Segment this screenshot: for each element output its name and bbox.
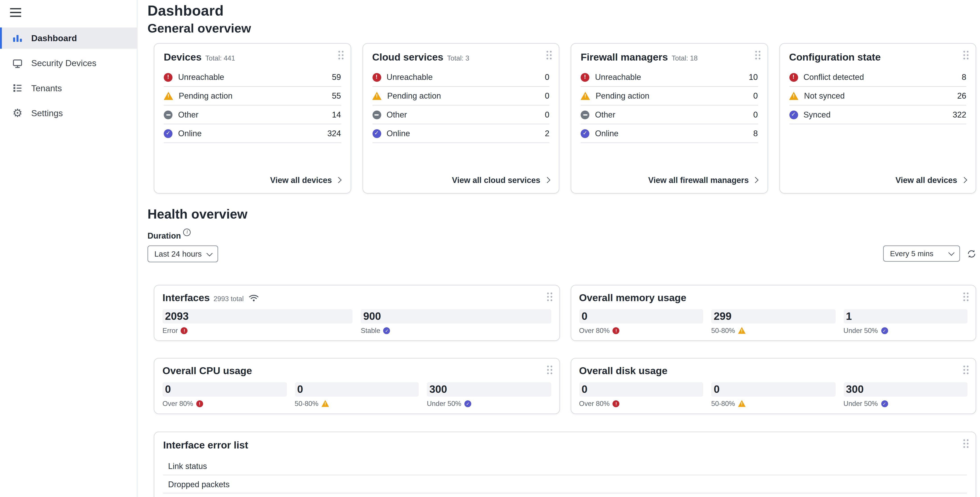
neutral-icon <box>164 110 172 119</box>
status-value: 8 <box>753 129 758 138</box>
error-icon <box>613 400 620 407</box>
drag-handle-icon[interactable] <box>963 292 969 302</box>
app-window: Dashboard Security Devices Tenants ⚙ Set… <box>0 0 980 497</box>
refresh-interval-value: Every 5 mins <box>890 249 934 258</box>
warning-icon <box>738 327 746 334</box>
list-item-link-status[interactable]: Link status <box>163 457 967 475</box>
neutral-icon <box>372 110 381 119</box>
stat-bar: 299 <box>711 309 835 324</box>
status-row-unreachable: Unreachable 10 <box>581 68 758 87</box>
card-title: Interfaces <box>162 292 210 303</box>
sidebar-item-security-devices[interactable]: Security Devices <box>0 52 137 74</box>
check-icon <box>789 110 798 119</box>
card-total: Total: 3 <box>447 54 469 62</box>
status-label: Unreachable <box>178 73 326 82</box>
check-icon <box>881 327 888 334</box>
sidebar: Dashboard Security Devices Tenants ⚙ Set… <box>0 0 137 497</box>
stat-label: Error <box>162 327 178 334</box>
wifi-icon <box>249 294 259 302</box>
card-total: Total: 441 <box>205 54 235 62</box>
drag-handle-icon[interactable] <box>546 365 553 375</box>
status-label: Other <box>178 110 326 119</box>
sidebar-item-tenants[interactable]: Tenants <box>0 78 137 98</box>
view-all-label: View all devices <box>270 176 332 185</box>
chevron-right-icon <box>961 177 966 183</box>
stat-label: Over 80% <box>162 400 193 407</box>
view-all-label: View all firewall managers <box>648 176 749 185</box>
drag-handle-icon[interactable] <box>337 50 344 60</box>
main-content: Dashboard General overview Devices Total… <box>138 0 980 497</box>
stat-value: 0 <box>714 384 720 395</box>
drag-handle-icon[interactable] <box>963 50 969 60</box>
stat-label: 50-80% <box>711 327 735 334</box>
stat-value: 300 <box>846 384 864 395</box>
drag-handle-icon[interactable] <box>546 292 553 302</box>
stat-bar: 2093 <box>162 309 353 324</box>
drag-handle-icon[interactable] <box>963 365 969 375</box>
stat-bar: 300 <box>427 382 551 397</box>
stat-label: Under 50% <box>427 400 461 407</box>
stat-bar: 0 <box>579 309 703 324</box>
status-value: 2 <box>545 129 549 138</box>
error-icon <box>181 327 188 334</box>
drag-handle-icon[interactable] <box>546 50 553 60</box>
stat-over-80: 0 Over 80% <box>579 382 703 407</box>
status-value: 0 <box>545 110 549 119</box>
gear-icon: ⚙ <box>12 108 23 119</box>
card-subtitle: 2993 total <box>213 295 244 302</box>
status-label: Other <box>595 110 748 119</box>
stat-bar: 0 <box>711 382 835 397</box>
view-all-firewall-managers-link[interactable]: View all firewall managers <box>648 176 757 185</box>
card-interface-error-list: Interface error list Link status Dropped… <box>154 432 976 497</box>
sidebar-item-dashboard[interactable]: Dashboard <box>0 27 137 49</box>
stat-value: 300 <box>430 384 447 395</box>
status-row-pending: Pending action 0 <box>581 87 758 105</box>
check-icon <box>164 129 172 138</box>
status-label: Unreachable <box>595 73 743 82</box>
status-value: 55 <box>332 91 341 101</box>
view-all-label: View all cloud services <box>452 176 540 185</box>
page-title: Dashboard <box>148 2 976 19</box>
card-title: Overall memory usage <box>579 292 686 303</box>
health-cards-grid: Interfaces 2993 total 2093 Error 900 Sta… <box>154 285 976 414</box>
status-value: 14 <box>332 110 341 119</box>
status-row-online: Online 8 <box>581 124 758 143</box>
check-icon <box>372 129 381 138</box>
duration-label: Duration <box>148 231 181 240</box>
view-all-devices-link[interactable]: View all devices <box>270 176 340 185</box>
view-all-devices-link[interactable]: View all devices <box>896 176 966 185</box>
drag-handle-icon[interactable] <box>754 50 761 60</box>
stat-bar: 0 <box>162 382 286 397</box>
card-devices: Devices Total: 441 Unreachable 59 Pendin… <box>154 43 351 194</box>
refresh-interval-select[interactable]: Every 5 mins <box>883 246 960 262</box>
status-row-other: Other 0 <box>372 105 549 124</box>
info-icon[interactable] <box>183 229 191 236</box>
duration-select[interactable]: Last 24 hours <box>148 246 218 262</box>
card-cloud-services: Cloud services Total: 3 Unreachable 0 Pe… <box>362 43 559 194</box>
error-icon <box>372 73 381 81</box>
check-icon <box>881 400 888 407</box>
status-row-unreachable: Unreachable 0 <box>372 68 549 87</box>
status-row-online: Online 324 <box>164 124 341 143</box>
list-item-dropped-packets[interactable]: Dropped packets <box>163 475 967 493</box>
list-item-input-errors[interactable]: Input errors <box>163 494 967 497</box>
refresh-icon[interactable] <box>967 249 976 258</box>
status-value: 0 <box>545 73 549 82</box>
status-row-online: Online 2 <box>372 124 549 143</box>
sidebar-item-settings[interactable]: ⚙ Settings <box>0 102 137 124</box>
warning-icon <box>164 92 173 100</box>
stat-50-80: 0 50-80% <box>711 382 835 407</box>
status-row-other: Other 14 <box>164 105 341 124</box>
view-all-cloud-services-link[interactable]: View all cloud services <box>452 176 549 185</box>
status-value: 322 <box>953 110 966 119</box>
error-icon <box>581 73 589 81</box>
status-value: 59 <box>332 73 341 82</box>
warning-icon <box>789 92 799 100</box>
card-title: Cloud services <box>372 51 443 63</box>
stat-label: Under 50% <box>843 327 878 334</box>
drag-handle-icon[interactable] <box>963 438 969 448</box>
error-icon <box>613 327 620 334</box>
hamburger-menu-icon[interactable] <box>10 8 21 17</box>
warning-icon <box>321 400 329 407</box>
warning-icon <box>581 92 590 100</box>
